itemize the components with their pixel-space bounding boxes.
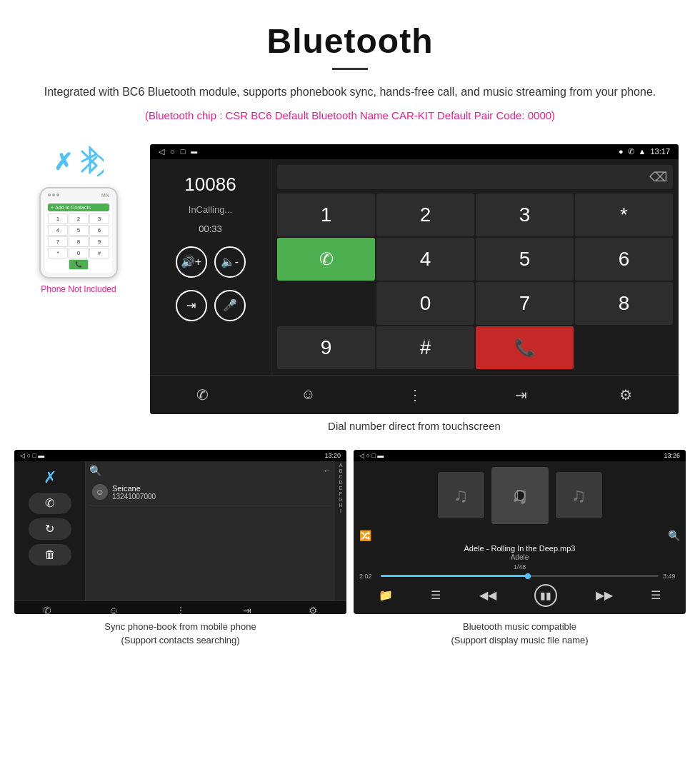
page-header: Bluetooth Integrated with BC6 Bluetooth … bbox=[0, 0, 700, 137]
phone-mockup: MN +Add to Contacts 1 2 3 4 5 6 7 8 9 * bbox=[39, 187, 118, 278]
location-icon: ● bbox=[619, 147, 624, 156]
phone-key-2[interactable]: 2 bbox=[69, 213, 89, 224]
num-key-1[interactable]: 1 bbox=[277, 194, 375, 236]
refresh-sidebar-button[interactable]: ↻ bbox=[29, 518, 71, 540]
phone-key-5[interactable]: 5 bbox=[69, 225, 89, 236]
pb-contact-item[interactable]: ☺ Seicane 13241007000 bbox=[89, 480, 331, 506]
wifi-icon: ▲ bbox=[639, 147, 646, 156]
settings-icon[interactable]: ⚙ bbox=[612, 383, 639, 407]
music-body: ♫ ♫ ♫ 🔀 🔍 Adele - Rolling In the Deep.mp… bbox=[354, 461, 686, 600]
music-progress-bar[interactable] bbox=[381, 575, 659, 577]
delete-button[interactable]: ⌫ bbox=[649, 169, 667, 185]
pb-contact-list: 🔍 ← ☺ Seicane 13241007000 bbox=[86, 461, 335, 600]
pb-alpha-index: ABCDE FGHI bbox=[335, 461, 346, 600]
dialer-input-row: ⌫ bbox=[277, 165, 673, 189]
dialpad-icon[interactable]: ⋮ bbox=[401, 383, 429, 407]
pb-search-row: 🔍 ← bbox=[89, 465, 331, 476]
phone-key-hash[interactable]: # bbox=[89, 248, 109, 258]
phone-screen: +Add to Contacts 1 2 3 4 5 6 7 8 9 * 0 #… bbox=[45, 201, 112, 273]
phone-key-3[interactable]: 3 bbox=[89, 213, 109, 224]
music-nav-icons: ◁ ○ □ ▬ bbox=[359, 452, 384, 459]
phone-key-8[interactable]: 8 bbox=[69, 236, 89, 247]
status-left: ◁ ○ □ ▬ bbox=[159, 147, 197, 156]
folder-icon[interactable]: 📁 bbox=[379, 588, 393, 602]
music-progress-row: 2:02 3:49 bbox=[359, 573, 680, 580]
num-key-2[interactable]: 2 bbox=[376, 194, 474, 236]
phonebook-screen: ◁ ○ □ ▬ 13:20 ✗ ✆ ↻ 🗑 🔍 ← ☺ bbox=[14, 450, 346, 614]
playlist-icon[interactable]: ☰ bbox=[431, 588, 441, 602]
num-key-star[interactable]: * bbox=[575, 194, 673, 236]
num-key-9[interactable]: 9 bbox=[277, 326, 375, 369]
num-key-5[interactable]: 5 bbox=[476, 238, 574, 281]
num-key-7[interactable]: 7 bbox=[476, 282, 574, 325]
album-art-next: ♫ bbox=[556, 472, 602, 518]
pause-button[interactable]: ▮▮ bbox=[534, 584, 557, 607]
music-shuffle-row: 🔀 🔍 bbox=[359, 530, 680, 541]
call-status-icon: ✆ bbox=[628, 147, 634, 156]
phone-key-7[interactable]: 7 bbox=[48, 236, 68, 247]
back-arrow-icon: ← bbox=[323, 466, 331, 476]
next-track-icon[interactable]: ▶▶ bbox=[596, 588, 613, 602]
music-caption: Bluetooth music compatible (Support disp… bbox=[354, 614, 686, 650]
pb-transfer-icon[interactable]: ⇥ bbox=[243, 605, 251, 614]
volume-down-button[interactable]: 🔈- bbox=[214, 246, 246, 278]
phone-key-4[interactable]: 4 bbox=[48, 225, 68, 236]
music-track-info: 1/48 bbox=[514, 563, 526, 571]
music-song-title: Adele - Rolling In the Deep.mp3 bbox=[464, 544, 576, 553]
phone-top-bar: MN bbox=[45, 193, 112, 198]
pause-icon: ▮▮ bbox=[540, 590, 551, 601]
mute-button[interactable]: 🎤 bbox=[214, 290, 246, 321]
bottom-row: ◁ ○ □ ▬ 13:20 ✗ ✆ ↻ 🗑 🔍 ← ☺ bbox=[0, 450, 700, 665]
phone-key-6[interactable]: 6 bbox=[89, 225, 109, 236]
music-time-total: 3:49 bbox=[663, 573, 680, 580]
phone-key-1[interactable]: 1 bbox=[48, 213, 68, 224]
num-key-3[interactable]: 3 bbox=[476, 194, 574, 236]
bluetooth-sidebar-icon: ✗ bbox=[29, 467, 71, 488]
main-section: ✗ MN +Add to Contacts bbox=[0, 137, 700, 450]
phone-add-contact: +Add to Contacts bbox=[48, 203, 109, 211]
num-key-4[interactable]: 4 bbox=[376, 238, 474, 281]
title-divider bbox=[332, 68, 368, 70]
pb-body: ✗ ✆ ↻ 🗑 🔍 ← ☺ Seicane 13241007000 bbox=[14, 461, 346, 600]
phonebook-caption: Sync phone-book from mobile phone (Suppo… bbox=[14, 614, 346, 650]
num-key-0[interactable]: 0 bbox=[376, 282, 474, 325]
contact-number: 13241007000 bbox=[112, 493, 156, 501]
pb-contacts-icon[interactable]: ☺ bbox=[109, 605, 119, 614]
prev-track-icon[interactable]: ◀◀ bbox=[479, 588, 496, 602]
calls-icon[interactable]: ✆ bbox=[189, 383, 216, 407]
status-bar: ◁ ○ □ ▬ ● ✆ ▲ 13:17 bbox=[150, 144, 679, 159]
num-key-8[interactable]: 8 bbox=[575, 282, 673, 325]
music-controls-row: 📁 ☰ ◀◀ ▮▮ ▶▶ ☰ bbox=[359, 584, 680, 607]
volume-up-button[interactable]: 🔊+ bbox=[176, 246, 207, 278]
equalizer-icon[interactable]: ☰ bbox=[651, 588, 661, 602]
phone-call-button[interactable]: 📞 bbox=[69, 259, 89, 270]
call-green-button[interactable]: ✆ bbox=[277, 238, 375, 281]
phone-dot bbox=[52, 194, 55, 196]
num-key-hash[interactable]: # bbox=[376, 326, 474, 369]
pb-calls-icon[interactable]: ✆ bbox=[43, 605, 51, 614]
pb-dialpad-icon[interactable]: ⋮ bbox=[176, 605, 186, 614]
home-icon: ○ bbox=[170, 147, 175, 156]
music-search-icon[interactable]: 🔍 bbox=[668, 530, 680, 541]
dialer-bottom-bar: ✆ ☺ ⋮ ⇥ ⚙ bbox=[150, 375, 679, 414]
phone-key-0[interactable]: 0 bbox=[69, 248, 89, 258]
call-sidebar-button[interactable]: ✆ bbox=[29, 493, 71, 514]
transfer-button[interactable]: ⇥ bbox=[176, 290, 207, 321]
contacts-icon[interactable]: ☺ bbox=[294, 383, 322, 406]
music-artist: Adele bbox=[511, 553, 529, 561]
search-icon[interactable]: 🔍 bbox=[89, 465, 101, 476]
shuffle-icon[interactable]: 🔀 bbox=[359, 530, 371, 541]
album-art-center: ♫ bbox=[491, 467, 549, 524]
music-card: ◁ ○ □ ▬ 13:26 ♫ ♫ ♫ 🔀 🔍 bbox=[354, 450, 686, 650]
pb-settings-icon[interactable]: ⚙ bbox=[309, 605, 318, 614]
phone-key-9[interactable]: 9 bbox=[89, 236, 109, 247]
num-key-6[interactable]: 6 bbox=[575, 238, 673, 281]
mic-icon: 🎤 bbox=[223, 298, 237, 312]
phone-dot bbox=[48, 194, 51, 196]
transfer-icon[interactable]: ⇥ bbox=[508, 383, 534, 407]
call-end-button[interactable]: 📞 bbox=[476, 326, 574, 369]
call-status: InCalling... bbox=[189, 204, 232, 215]
delete-sidebar-button[interactable]: 🗑 bbox=[29, 544, 71, 566]
phone-key-star[interactable]: * bbox=[48, 248, 68, 258]
phone-dots bbox=[48, 194, 59, 196]
